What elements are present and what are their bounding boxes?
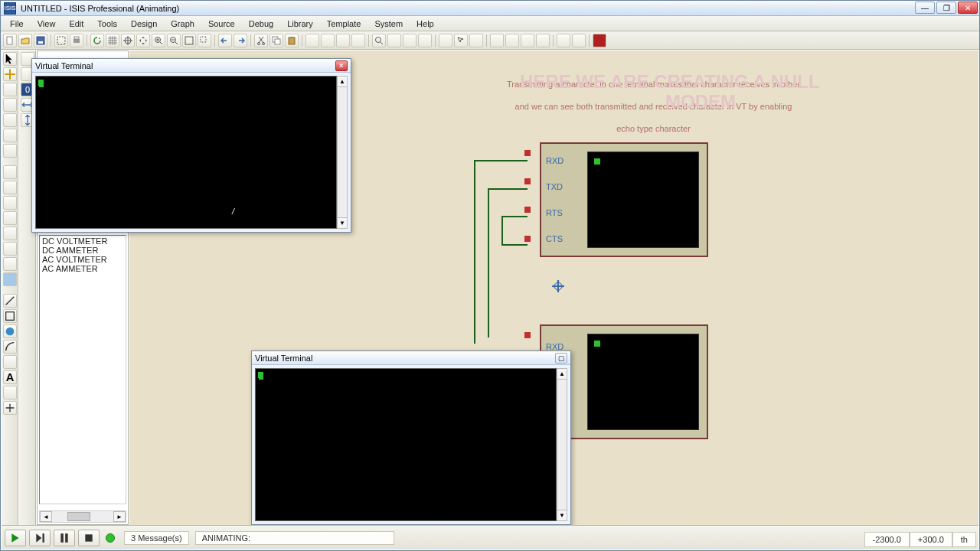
- popup-titlebar[interactable]: Virtual Terminal ▢: [252, 351, 570, 365]
- popup-close-button[interactable]: ✕: [335, 60, 348, 71]
- tb-zoomall-icon[interactable]: [182, 34, 196, 47]
- tb-zoomin-icon[interactable]: [152, 34, 165, 47]
- restore-button[interactable]: ❐: [936, 2, 956, 14]
- tape-icon[interactable]: [3, 211, 17, 225]
- cursor-icon[interactable]: [3, 52, 17, 66]
- messages-status[interactable]: 3 Message(s): [124, 531, 189, 545]
- tb-help-icon[interactable]: [593, 34, 606, 47]
- menu-template[interactable]: Template: [321, 18, 368, 30]
- tb-new-icon[interactable]: [3, 34, 17, 47]
- instrument-list[interactable]: DC VOLTMETER DC AMMETER AC VOLTMETER AC …: [39, 235, 126, 504]
- popup-close-button[interactable]: ▢: [555, 353, 567, 364]
- circle2d-icon[interactable]: [3, 324, 17, 338]
- menu-system[interactable]: System: [368, 18, 409, 30]
- menu-graph[interactable]: Graph: [165, 18, 201, 30]
- close-button[interactable]: ✕: [958, 2, 978, 14]
- stop-button[interactable]: [78, 530, 100, 546]
- menu-library[interactable]: Library: [281, 18, 319, 30]
- tb-copy-icon[interactable]: [270, 34, 283, 47]
- menu-design[interactable]: Design: [125, 18, 163, 30]
- tb-find-icon[interactable]: [454, 34, 468, 47]
- list-hscrollbar[interactable]: ◄ ►: [39, 510, 126, 523]
- component-icon[interactable]: [3, 67, 17, 81]
- graph-icon[interactable]: [3, 196, 17, 210]
- tb-undo-icon[interactable]: [218, 34, 232, 47]
- tb-redo-icon[interactable]: [234, 34, 247, 47]
- path2d-icon[interactable]: [3, 355, 17, 369]
- list-item[interactable]: DC VOLTMETER: [41, 236, 125, 246]
- generator-icon[interactable]: [3, 227, 17, 240]
- scroll-track[interactable]: [338, 87, 347, 217]
- text-icon[interactable]: [3, 113, 17, 127]
- marker2d-icon[interactable]: [3, 401, 17, 415]
- play-button[interactable]: [5, 530, 26, 546]
- scroll-up-icon[interactable]: ▲: [557, 369, 567, 380]
- tb-tools-icon[interactable]: [469, 34, 483, 47]
- voltprobe-icon[interactable]: [3, 242, 17, 256]
- scroll-thumb[interactable]: [67, 512, 90, 521]
- menu-debug[interactable]: Debug: [243, 18, 279, 30]
- menu-edit[interactable]: Edit: [63, 18, 90, 30]
- scroll-up-icon[interactable]: ▲: [338, 77, 347, 87]
- tb-zoomout-icon[interactable]: [167, 34, 181, 47]
- minimize-button[interactable]: —: [915, 2, 935, 14]
- menu-tools[interactable]: Tools: [91, 18, 123, 30]
- popup-titlebar[interactable]: Virtual Terminal ✕: [32, 59, 351, 73]
- list-item[interactable]: AC VOLTMETER: [41, 255, 125, 264]
- tb-pick-icon[interactable]: [372, 34, 386, 47]
- tb-report1-icon[interactable]: [490, 34, 504, 47]
- terminal-vscrollbar[interactable]: ▲ ▼: [557, 368, 567, 521]
- tb-open-icon[interactable]: [18, 34, 32, 47]
- tb-blockcopy-icon[interactable]: [305, 34, 319, 47]
- list-item[interactable]: DC AMMETER: [41, 246, 125, 255]
- instruments-icon[interactable]: [3, 272, 17, 286]
- scroll-down-icon[interactable]: ▼: [338, 217, 347, 228]
- terminal-icon[interactable]: [3, 165, 17, 179]
- tb-refresh-icon[interactable]: [90, 34, 104, 47]
- virtual-terminal-window-1[interactable]: Virtual Terminal ✕ B / ▲ ▼: [31, 58, 351, 233]
- terminal-output[interactable]: B /: [35, 76, 337, 229]
- tb-save-icon[interactable]: [34, 34, 47, 47]
- tb-wirelabel-icon[interactable]: [439, 34, 452, 47]
- tb-makedevice-icon[interactable]: [387, 34, 401, 47]
- tb-grid-icon[interactable]: [106, 34, 119, 47]
- tb-area-icon[interactable]: [54, 34, 68, 47]
- scroll-right-icon[interactable]: ►: [113, 511, 126, 522]
- arc2d-icon[interactable]: [3, 340, 17, 354]
- terminal-vscrollbar[interactable]: ▲ ▼: [337, 76, 348, 229]
- tb-print-icon[interactable]: [70, 34, 83, 47]
- tb-blockrotate-icon[interactable]: [336, 34, 350, 47]
- menu-help[interactable]: Help: [410, 18, 440, 30]
- junction-icon[interactable]: [3, 83, 17, 96]
- line2d-icon[interactable]: [3, 294, 17, 308]
- symbol2d-icon[interactable]: [3, 386, 17, 399]
- tb-decompose-icon[interactable]: [418, 34, 432, 47]
- tb-ares-icon[interactable]: [572, 34, 586, 47]
- virtual-terminal-window-2[interactable]: Virtual Terminal ▢ B ▲ ▼: [251, 350, 571, 525]
- currentprobe-icon[interactable]: [3, 257, 17, 271]
- pause-button[interactable]: [54, 530, 75, 546]
- wirelabel-mode-icon[interactable]: [3, 98, 17, 112]
- tb-zoomarea-icon[interactable]: [198, 34, 211, 47]
- text2d-icon[interactable]: A: [3, 370, 17, 384]
- menu-source[interactable]: Source: [202, 18, 241, 30]
- scroll-down-icon[interactable]: ▼: [557, 510, 567, 520]
- tb-pan-icon[interactable]: [136, 34, 150, 47]
- tb-netlist-icon[interactable]: [557, 34, 570, 47]
- menu-view[interactable]: View: [31, 18, 62, 30]
- tb-paste-icon[interactable]: [285, 34, 299, 47]
- tb-report4-icon[interactable]: [536, 34, 550, 47]
- bus-icon[interactable]: [3, 129, 17, 142]
- pin-icon[interactable]: [3, 181, 17, 194]
- tb-packaging-icon[interactable]: [403, 34, 416, 47]
- tb-blockdelete-icon[interactable]: [351, 34, 365, 47]
- tb-report2-icon[interactable]: [505, 34, 519, 47]
- menu-file[interactable]: File: [4, 18, 30, 30]
- tb-report3-icon[interactable]: [521, 34, 534, 47]
- scroll-left-icon[interactable]: ◄: [40, 511, 52, 522]
- subcircuit-icon[interactable]: [3, 144, 17, 158]
- schematic-vterm-1[interactable]: RXD TXD RTS CTS: [540, 142, 708, 257]
- tb-cut-icon[interactable]: [254, 34, 268, 47]
- scroll-track[interactable]: [557, 380, 567, 510]
- terminal-output[interactable]: B: [255, 368, 557, 521]
